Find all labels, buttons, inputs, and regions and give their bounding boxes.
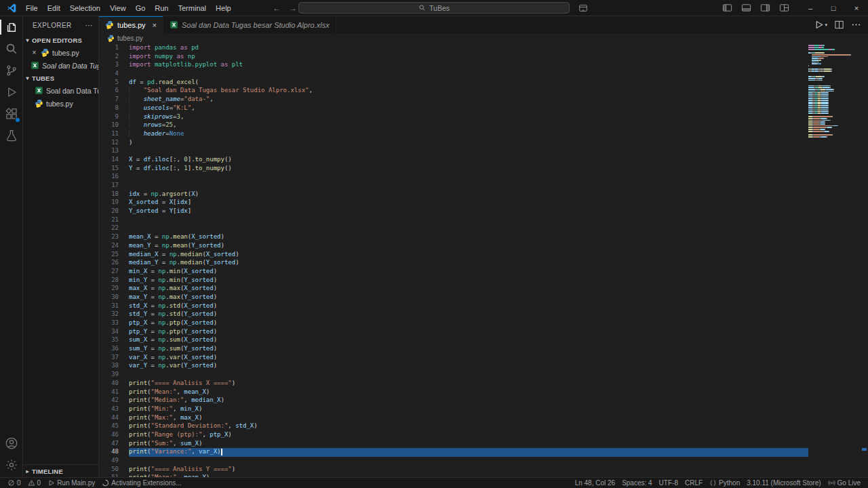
run-python-button[interactable]: ▾ [814, 20, 827, 30]
go-live[interactable]: Go Live [825, 479, 864, 487]
code-line-16[interactable] [129, 173, 808, 182]
command-center[interactable]: TuBes [298, 2, 570, 14]
code-line-43[interactable]: print("Min:", min_X) [129, 405, 808, 414]
activity-run-debug-button[interactable] [0, 81, 23, 103]
code-line-34[interactable]: ptp_Y = np.ptp(Y_sorted) [129, 328, 808, 337]
code-line-24[interactable]: mean_Y = np.mean(Y_sorted) [129, 242, 808, 251]
code-line-49[interactable] [129, 457, 808, 466]
problems-errors[interactable]: 0 [4, 479, 24, 487]
code-line-1[interactable]: import pandas as pd [129, 44, 808, 53]
restore-button[interactable]: □ [822, 0, 845, 16]
code-line-20[interactable]: Y_sorted = Y[idx] [129, 207, 808, 216]
layout-panel-icon[interactable] [741, 3, 751, 13]
code-line-14[interactable]: X = df.iloc[:, 0].to_numpy() [129, 156, 808, 165]
code-line-5[interactable]: df = pd.read_excel( [129, 79, 808, 87]
code-line-9[interactable]: skiprows=3, [129, 113, 808, 122]
code-line-31[interactable]: std_X = np.std(X_sorted) [129, 302, 808, 311]
menu-terminal[interactable]: Terminal [174, 1, 212, 16]
code-line-23[interactable]: mean_X = np.mean(X_sorted) [129, 233, 808, 242]
code-line-26[interactable]: median_Y = np.median(Y_sorted) [129, 259, 808, 268]
code-line-47[interactable]: print("Sum:", sum_X) [129, 440, 808, 449]
menu-selection[interactable]: Selection [65, 1, 105, 16]
run-task-button[interactable]: Run Main.py [44, 479, 98, 487]
encoding[interactable]: UTF-8 [656, 479, 682, 487]
code-editor[interactable]: 1234567891011121314151617181920212223242… [99, 43, 868, 477]
code-line-4[interactable] [129, 70, 808, 79]
code-line-22[interactable] [129, 224, 808, 233]
file-soal-dan-data-tugas-b...[interactable]: Soal dan Data Tugas b... [23, 84, 98, 97]
explorer-more-actions-icon[interactable]: ⋯ [85, 21, 93, 30]
timeline-section[interactable]: ▸ TIMELINE [23, 464, 98, 477]
activity-source-control-button[interactable] [0, 60, 23, 81]
breadcrumb[interactable]: tubes.py [99, 33, 868, 43]
code-line-45[interactable]: print("Standard Deviation:", std_X) [129, 422, 808, 431]
code-line-17[interactable] [129, 182, 808, 190]
code-line-32[interactable]: std_Y = np.std(Y_sorted) [129, 310, 808, 319]
menu-run[interactable]: Run [150, 1, 173, 16]
titlebar-extra-icon[interactable] [578, 3, 588, 13]
code-line-46[interactable]: print("Range (ptp):", ptp_X) [129, 431, 808, 440]
indentation[interactable]: Spaces: 4 [618, 479, 655, 487]
close-button[interactable]: × [845, 0, 868, 16]
editor-scrollbar[interactable] [860, 43, 868, 477]
code-line-48[interactable]: print("Variance:", var_X) [129, 448, 808, 457]
code-line-44[interactable]: print("Max:", max_X) [129, 414, 808, 423]
code-line-35[interactable]: sum_X = np.sum(X_sorted) [129, 336, 808, 345]
code-line-28[interactable]: min_Y = np.min(Y_sorted) [129, 277, 808, 285]
code-line-8[interactable]: usecols="K:L", [129, 104, 808, 113]
breadcrumb-item[interactable]: tubes.py [117, 35, 143, 42]
code-line-29[interactable]: max_X = np.max(X_sorted) [129, 285, 808, 293]
code-line-7[interactable]: sheet_name="data-", [129, 96, 808, 104]
activity-search-button[interactable] [0, 38, 23, 60]
file-tubes.py[interactable]: tubes.py [23, 97, 98, 110]
eol-sequence[interactable]: CRLF [682, 479, 706, 487]
code-line-10[interactable]: nrows=25, [129, 121, 808, 130]
code-line-15[interactable]: Y = df.iloc[:, 1].to_numpy() [129, 165, 808, 174]
minimize-button[interactable]: – [799, 0, 822, 16]
activity-extensions-button[interactable] [0, 103, 23, 125]
problems-warnings[interactable]: 0 [24, 479, 45, 487]
code-line-21[interactable] [129, 216, 808, 225]
code-line-18[interactable]: idx = np.argsort(X) [129, 190, 808, 199]
code-line-39[interactable] [129, 371, 808, 380]
layout-sidebar-right-icon[interactable] [760, 3, 770, 13]
language-mode[interactable]: Python [706, 479, 743, 487]
activity-explorer-button[interactable] [0, 16, 23, 38]
activating-extensions[interactable]: Activating Extensions... [98, 479, 184, 487]
folder-section[interactable]: ▾ TUBES [23, 72, 98, 84]
code-line-27[interactable]: min_X = np.min(X_sorted) [129, 268, 808, 277]
close-tab-icon[interactable]: × [153, 21, 157, 29]
open-editor-soal-dan-data-tug...[interactable]: Soal dan Data Tug... [23, 59, 98, 72]
code-line-42[interactable]: print("Median:", median_X) [129, 396, 808, 405]
code-line-41[interactable]: print("Mean:", mean_X) [129, 388, 808, 397]
code-line-6[interactable]: "Soal dan Data Tugas besar Studio Alpro.… [129, 87, 808, 96]
cursor-position[interactable]: Ln 48, Col 26 [572, 479, 619, 487]
code-line-33[interactable]: ptp_X = np.ptp(X_sorted) [129, 319, 808, 328]
open-editor-tubes.py[interactable]: ×tubes.py [23, 46, 98, 59]
open-editors-section[interactable]: ▾ OPEN EDITORS [23, 34, 98, 46]
activity-testing-button[interactable] [0, 125, 23, 146]
code-line-51[interactable]: print("Mean:", mean_Y) [129, 474, 808, 477]
tab-soal-dan-data-tugas-besar-studio-alpro.xlsx[interactable]: Soal dan Data Tugas besar Studio Alpro.x… [163, 16, 336, 33]
menu-go[interactable]: Go [131, 1, 151, 16]
layout-sidebar-left-icon[interactable] [722, 3, 732, 13]
activity-settings-gear-button[interactable] [0, 454, 23, 476]
menu-file[interactable]: File [21, 1, 43, 16]
close-editor-icon[interactable]: × [31, 49, 38, 56]
menu-help[interactable]: Help [211, 1, 236, 16]
code-line-13[interactable] [129, 147, 808, 156]
code-line-50[interactable]: print("==== Analisis Y ====") [129, 466, 808, 474]
python-interpreter[interactable]: 3.10.11 (Microsoft Store) [743, 479, 824, 487]
code-line-2[interactable]: import numpy as np [129, 53, 808, 62]
code-line-37[interactable]: var_X = np.var(X_sorted) [129, 354, 808, 363]
split-editor-button[interactable] [834, 20, 844, 30]
code-line-36[interactable]: sum_Y = np.sum(Y_sorted) [129, 345, 808, 354]
activity-account-button[interactable] [0, 432, 23, 454]
code-line-38[interactable]: var_Y = np.var(Y_sorted) [129, 362, 808, 371]
code-line-12[interactable]: ) [129, 139, 808, 148]
code-line-30[interactable]: max_Y = np.max(Y_sorted) [129, 293, 808, 302]
menu-edit[interactable]: Edit [43, 1, 65, 16]
code-line-19[interactable]: X_sorted = X[idx] [129, 199, 808, 207]
code-line-40[interactable]: print("==== Analisis X ====") [129, 380, 808, 388]
code-line-3[interactable]: import matplotlib.pyplot as plt [129, 61, 808, 70]
